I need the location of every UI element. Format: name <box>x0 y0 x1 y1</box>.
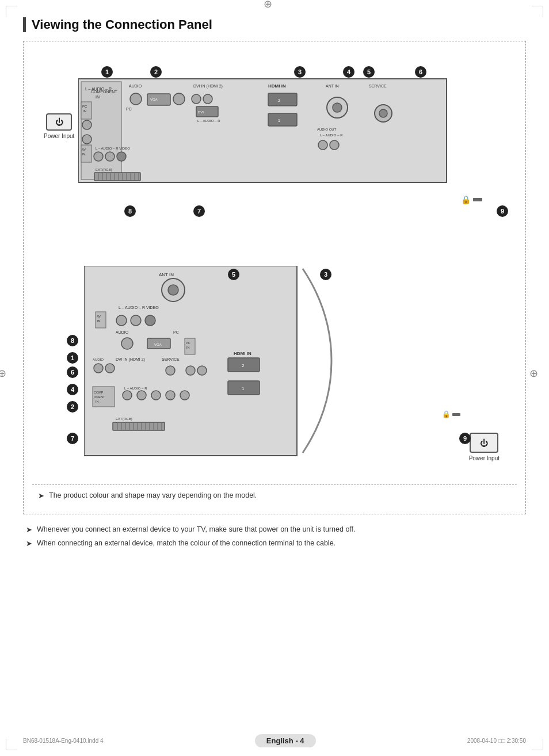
crosshair-right <box>535 372 546 384</box>
svg-text:L – AUDIO – R: L – AUDIO – R <box>85 87 112 91</box>
svg-text:IN: IN <box>82 152 86 156</box>
note-item-2: ➤ Whenever you connect an external devic… <box>26 525 526 535</box>
svg-text:PC: PC <box>126 107 132 111</box>
svg-point-83 <box>197 366 207 375</box>
footer-timestamp: 2008-04-10 □□ 2:30:50 <box>467 738 526 744</box>
svg-point-65 <box>116 315 127 326</box>
svg-text:ANT IN: ANT IN <box>159 272 174 277</box>
kensington-bottom: 🔒 <box>442 410 460 418</box>
svg-point-67 <box>145 315 155 326</box>
svg-text:ANT IN: ANT IN <box>326 84 339 88</box>
svg-rect-100 <box>113 422 165 430</box>
svg-rect-1 <box>81 82 121 180</box>
lock-bar-bottom <box>452 413 460 416</box>
svg-point-11 <box>130 93 142 105</box>
svg-text:SERVICE: SERVICE <box>162 357 180 361</box>
note-arrow-1: ➤ <box>38 491 44 501</box>
svg-text:VGA: VGA <box>154 343 162 346</box>
svg-text:EXT(RGB): EXT(RGB) <box>116 417 132 421</box>
svg-text:DVI IN (HDMI 2): DVI IN (HDMI 2) <box>193 84 223 89</box>
svg-point-41 <box>94 152 103 161</box>
svg-text:ONENT: ONENT <box>94 395 105 399</box>
power-plug-icon-top: ⏻ <box>46 113 72 131</box>
svg-text:2: 2 <box>242 363 245 368</box>
corner-mark-tl <box>6 6 17 17</box>
svg-text:DVI IN (HDMI 2): DVI IN (HDMI 2) <box>116 357 145 362</box>
svg-text:AV: AV <box>97 315 101 318</box>
note-arrow-2: ➤ <box>26 525 32 535</box>
svg-text:AV: AV <box>82 148 86 151</box>
svg-text:IN: IN <box>83 109 86 113</box>
svg-text:PC: PC <box>82 105 87 108</box>
top-panel-svg: COMPONENT IN PC IN L – AUDIO – R AUDIO V… <box>78 56 493 188</box>
svg-text:1: 1 <box>242 386 245 391</box>
svg-text:DVI: DVI <box>198 110 204 114</box>
top-diagram-area: 1 2 3 4 5 6 ⏻ Power Input COMPONENT IN <box>32 56 517 188</box>
bottom-diagram-area: 5 3 8 1 6 4 2 7 <box>32 266 517 467</box>
page-number-badge: English - 4 <box>255 734 316 747</box>
footer-filename: BN68-01518A-Eng-0410.indd 4 <box>23 738 104 744</box>
svg-text:VGA: VGA <box>150 98 158 101</box>
side-panel-svg: ANT IN L – AUDIO – R VIDEO AV IN AUDIO P… <box>84 266 360 467</box>
power-input-label-bottom: Power Input <box>469 455 500 461</box>
svg-text:IN: IN <box>96 95 100 99</box>
svg-text:L – AUDIO – R: L – AUDIO – R <box>124 387 147 390</box>
svg-point-94 <box>137 391 146 400</box>
svg-text:IN: IN <box>186 346 190 349</box>
svg-point-81 <box>166 366 175 375</box>
svg-text:2: 2 <box>278 98 280 102</box>
power-input-label-top: Power Input <box>44 133 74 139</box>
svg-text:EXT(RGB): EXT(RGB) <box>96 168 112 171</box>
svg-text:PC: PC <box>173 330 179 334</box>
page-title: Viewing the Connection Panel <box>23 17 526 32</box>
svg-point-95 <box>151 391 161 400</box>
svg-point-79 <box>105 364 115 373</box>
svg-rect-25 <box>268 113 297 126</box>
note-arrow-3: ➤ <box>26 539 32 549</box>
svg-point-82 <box>186 366 195 375</box>
svg-text:IN: IN <box>97 319 101 323</box>
svg-point-60 <box>168 285 178 295</box>
diagram-separator <box>32 223 517 251</box>
note-model-text: The product colour and shape may vary de… <box>49 491 257 501</box>
footer: BN68-01518A-Eng-0410.indd 4 English - 4 … <box>0 734 549 747</box>
svg-text:L – AUDIO – R  VIDEO: L – AUDIO – R VIDEO <box>119 306 159 310</box>
svg-text:L – AUDIO – R: L – AUDIO – R <box>197 119 220 123</box>
svg-text:AUDIO: AUDIO <box>129 84 142 88</box>
svg-point-36 <box>379 109 387 117</box>
note-model-variance: ➤ The product colour and shape may vary … <box>38 491 517 501</box>
crosshair-top <box>269 3 280 14</box>
svg-point-9 <box>82 135 92 144</box>
note-item-3: ➤ When connecting an external device, ma… <box>26 539 526 549</box>
svg-text:HDMI IN: HDMI IN <box>234 351 251 356</box>
note-text-3: When connecting an external device, matc… <box>37 539 336 549</box>
svg-text:AUDIO: AUDIO <box>116 330 129 334</box>
svg-point-96 <box>166 391 175 400</box>
inner-separator <box>32 484 517 485</box>
svg-point-66 <box>131 315 141 326</box>
svg-text:IN: IN <box>96 400 99 403</box>
svg-text:AUDIO OUT: AUDIO OUT <box>317 128 337 131</box>
power-plug-icon-bottom: ⏻ <box>470 433 498 453</box>
svg-point-97 <box>180 391 189 400</box>
svg-rect-23 <box>268 93 297 106</box>
svg-point-33 <box>330 140 339 150</box>
svg-point-42 <box>105 152 115 161</box>
svg-text:SERVICE: SERVICE <box>369 84 387 88</box>
svg-text:PC: PC <box>186 341 190 345</box>
corner-mark-tr <box>532 6 543 17</box>
lock-icon-bottom: 🔒 <box>442 410 451 418</box>
main-content-box: 1 2 3 4 5 6 ⏻ Power Input COMPONENT IN <box>23 41 526 514</box>
svg-text:L – AUDIO – R  VIDEO: L – AUDIO – R VIDEO <box>96 147 130 150</box>
svg-text:HDMI IN: HDMI IN <box>268 83 286 89</box>
power-input-top: ⏻ Power Input <box>44 113 74 139</box>
svg-text:1: 1 <box>278 119 280 123</box>
power-input-bottom: ⏻ Power Input <box>469 433 500 461</box>
kensington-lock: 🔒 <box>461 195 482 204</box>
svg-point-70 <box>121 338 133 349</box>
svg-point-18 <box>203 94 212 104</box>
svg-point-29 <box>333 103 342 112</box>
lock-bar <box>473 198 482 201</box>
page-container: Viewing the Connection Panel 1 2 3 4 5 6… <box>0 0 549 756</box>
lock-icon: 🔒 <box>461 195 471 204</box>
